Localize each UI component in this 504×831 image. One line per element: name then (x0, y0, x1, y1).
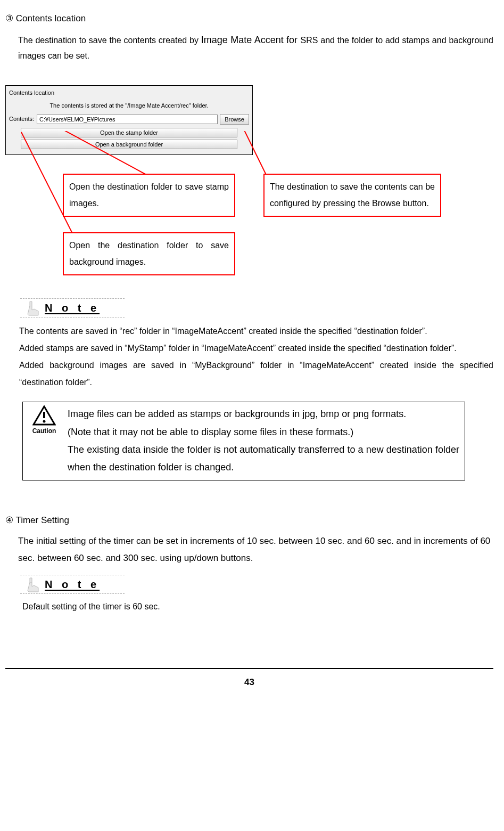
contents-label: Contents: (9, 114, 35, 125)
svg-line-2 (234, 131, 266, 175)
caution-icon (32, 405, 56, 426)
dialog-subtext: The contents is stored at the "/Image Ma… (8, 100, 250, 113)
browse-button[interactable]: Browse (220, 114, 249, 125)
dialog-title: Contents location (8, 87, 250, 100)
note-bar-2: N o t e (20, 575, 125, 594)
pointing-hand-icon (23, 575, 43, 594)
note-label: N o t e (45, 298, 100, 317)
caution-label: Caution (24, 426, 64, 437)
note-line-2: Added stamps are saved in “MyStamp” fold… (19, 340, 493, 357)
note-label-2: N o t e (45, 575, 100, 594)
svg-point-5 (43, 420, 46, 423)
note-body: The contents are saved in “rec” folder i… (5, 323, 493, 391)
caution-text: Image files can be added as stamps or ba… (65, 402, 465, 479)
section-3-text-b: Image Mate Accent for (201, 35, 301, 45)
note-line-3: Added background images are saved in “My… (19, 357, 493, 391)
pointing-hand-icon (23, 298, 43, 317)
callout-background-folder: Open the destination folder to save back… (63, 232, 235, 275)
section-3-text-a: The destination to save the contents cre… (18, 36, 201, 45)
page-number: 43 (5, 668, 493, 691)
note-bar: N o t e (20, 298, 125, 317)
note-line-1: The contents are saved in “rec” folder i… (19, 323, 493, 340)
callout-browse: The destination to save the contents can… (263, 174, 441, 217)
contents-path-input[interactable]: C:¥Users¥ELMO_E¥Pictures (37, 115, 218, 124)
caution-line-1: Image files can be added as stamps or ba… (68, 405, 459, 423)
section-3-heading: ③ Contents location (5, 11, 493, 27)
section-4-body: The initial setting of the timer can be … (5, 533, 493, 567)
svg-line-0 (48, 131, 146, 175)
timer-default-text: Default setting of the timer is 60 sec. (5, 599, 493, 615)
caution-line-3: The existing data inside the folder is n… (68, 441, 459, 477)
callout-stamp-folder: Open the destination folder to save stam… (63, 174, 235, 217)
section-4-heading: ④ Timer Setting (5, 512, 493, 529)
caution-line-2: (Note that it may not be able to display… (68, 423, 459, 441)
caution-box: Caution Image files can be added as stam… (22, 402, 465, 480)
section-3-body: The destination to save the contents cre… (5, 31, 493, 64)
